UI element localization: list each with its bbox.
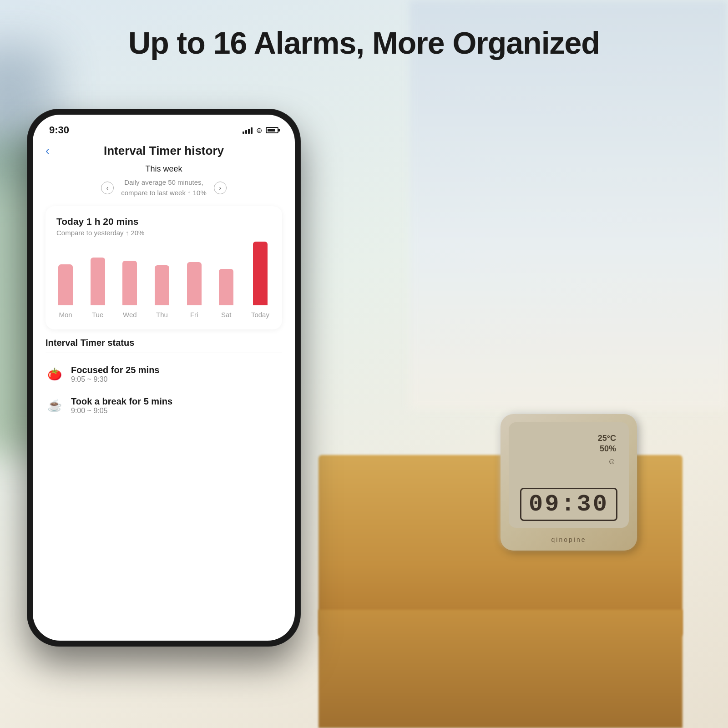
- stats-card: Today 1 h 20 mins Compare to yesterday ↑…: [46, 206, 282, 329]
- week-controls: ‹ Daily average 50 minutes, compare to l…: [46, 177, 282, 198]
- signal-icon: [243, 126, 253, 134]
- break-time: 9:00 ~ 9:05: [71, 407, 172, 415]
- device-temperature: 25°C: [598, 433, 616, 444]
- device-smiley-icon: ☺: [598, 456, 616, 467]
- bar-label-tue: Tue: [92, 311, 103, 318]
- status-section-title: Interval Timer status: [46, 338, 282, 353]
- today-stats: Today 1 h 20 mins: [56, 216, 271, 227]
- device-clock: 09:30: [520, 488, 617, 521]
- phone-screen: 9:30 ⊜ ‹: [33, 115, 295, 641]
- compare-stats: Compare to yesterday ↑ 20%: [56, 229, 271, 237]
- bar-label-today: Today: [251, 311, 269, 318]
- status-time: 9:30: [49, 124, 69, 136]
- bar-wed: [122, 261, 137, 305]
- break-title: Took a break for 5 mins: [71, 396, 172, 407]
- bar-label-wed: Wed: [123, 311, 137, 318]
- coffee-icon: ☕: [46, 396, 64, 415]
- bar-mon: [58, 264, 73, 305]
- bar-item-mon: Mon: [58, 264, 73, 318]
- next-week-button[interactable]: ›: [214, 182, 227, 194]
- phone-container: 9:30 ⊜ ‹: [27, 109, 300, 646]
- shelf-face: [318, 610, 682, 728]
- page-title: Up to 16 Alarms, More Organized: [0, 25, 728, 61]
- device-body: 25°C 50% ☺ 09:30 qinopine: [500, 414, 637, 551]
- bar-item-wed: Wed: [122, 261, 137, 318]
- bar-today: [253, 242, 268, 305]
- status-bar: 9:30 ⊜: [33, 115, 295, 138]
- wifi-icon: ⊜: [256, 126, 262, 135]
- prev-week-button[interactable]: ‹: [101, 182, 114, 194]
- device-readings: 25°C 50% ☺: [598, 433, 616, 467]
- bar-fri: [187, 262, 202, 305]
- week-label: This week: [46, 164, 282, 174]
- status-item-focused: 🍅 Focused for 25 mins 9:05 ~ 9:30: [46, 359, 282, 390]
- bar-item-sat: Sat: [219, 269, 233, 318]
- battery-icon: [266, 127, 278, 133]
- bar-item-fri: Fri: [187, 262, 202, 318]
- bg-window: [410, 0, 728, 410]
- bar-sat: [219, 269, 233, 305]
- bar-tue: [91, 258, 105, 305]
- week-navigation: This week ‹ Daily average 50 minutes, co…: [46, 164, 282, 198]
- bar-chart: MonTueWedThuFriSatToday: [56, 246, 271, 318]
- app-content: ‹ Interval Timer history This week ‹ Dai…: [33, 138, 295, 641]
- status-item-break: ☕ Took a break for 5 mins 9:00 ~ 9:05: [46, 390, 282, 421]
- focused-title: Focused for 25 mins: [71, 365, 160, 375]
- device-humidity: 50%: [598, 444, 616, 454]
- screen-title: Interval Timer history: [104, 144, 224, 158]
- nav-header: ‹ Interval Timer history: [46, 138, 282, 162]
- bar-item-tue: Tue: [91, 258, 105, 318]
- back-button[interactable]: ‹: [46, 144, 50, 158]
- device-time-display: 09:30: [509, 488, 629, 521]
- bar-thu: [155, 265, 169, 305]
- bar-label-mon: Mon: [59, 311, 72, 318]
- bar-item-thu: Thu: [155, 265, 169, 318]
- phone-shell: 9:30 ⊜ ‹: [27, 109, 300, 646]
- tomato-icon: 🍅: [46, 365, 64, 383]
- bar-label-fri: Fri: [190, 311, 198, 318]
- bar-label-sat: Sat: [221, 311, 232, 318]
- device-container: 25°C 50% ☺ 09:30 qinopine: [500, 414, 637, 551]
- bar-item-today: Today: [251, 242, 269, 318]
- week-description: Daily average 50 minutes, compare to las…: [121, 177, 207, 198]
- bar-label-thu: Thu: [156, 311, 168, 318]
- device-brand: qinopine: [500, 536, 637, 543]
- focused-time: 9:05 ~ 9:30: [71, 375, 160, 384]
- status-icons: ⊜: [243, 126, 278, 135]
- status-section: Interval Timer status 🍅 Focused for 25 m…: [46, 338, 282, 421]
